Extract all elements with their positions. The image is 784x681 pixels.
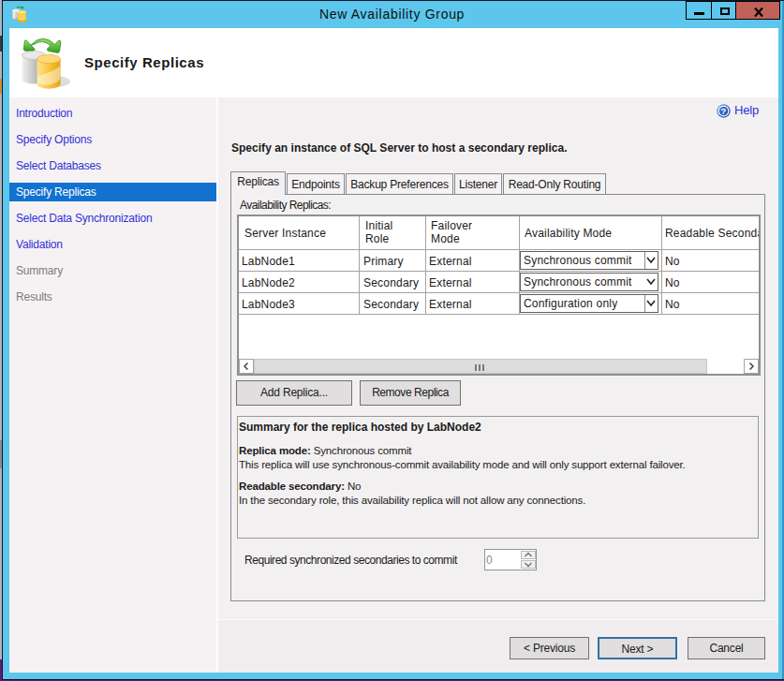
- svg-text:?: ?: [720, 106, 726, 116]
